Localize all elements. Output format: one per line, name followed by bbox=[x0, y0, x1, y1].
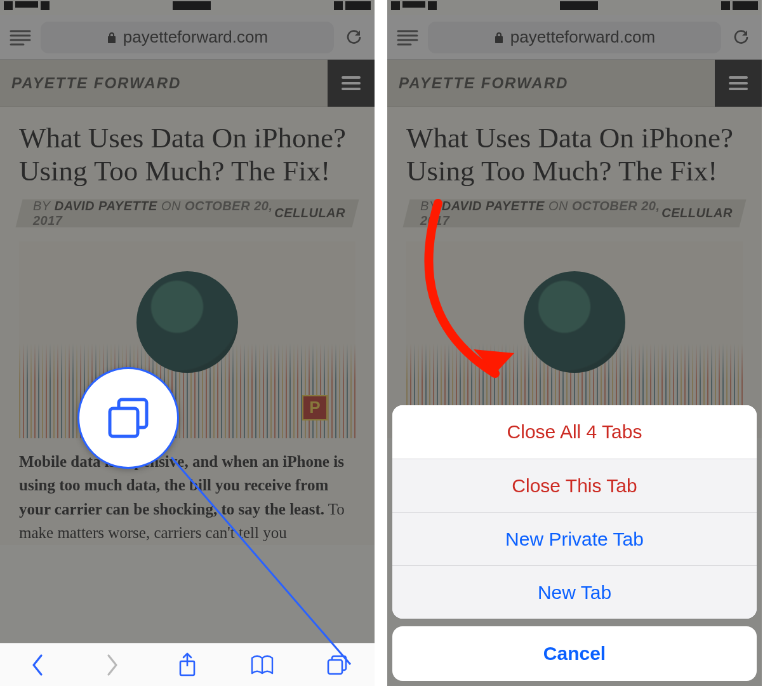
status-signal-icon bbox=[4, 1, 13, 10]
byline-by: BY bbox=[420, 199, 438, 213]
status-wifi-icon bbox=[41, 1, 50, 10]
address-bar[interactable]: payetteforward.com bbox=[428, 22, 721, 53]
lock-icon bbox=[494, 31, 504, 44]
status-wifi-icon bbox=[428, 1, 437, 10]
article-body: Mobile data is expensive, and when an iP… bbox=[19, 450, 355, 545]
globe-icon bbox=[136, 271, 238, 373]
status-carrier-icon bbox=[15, 1, 38, 8]
tabs-icon bbox=[101, 391, 156, 445]
cancel-button[interactable]: Cancel bbox=[392, 626, 757, 681]
status-battery-icon bbox=[733, 1, 758, 10]
byline-author: DAVID PAYETTE bbox=[442, 199, 545, 213]
site-header: PAYETTE FORWARD bbox=[387, 60, 762, 107]
tabs-button-callout bbox=[77, 367, 179, 469]
byline: BY DAVID PAYETTE ON OCTOBER 20, 2017 CEL… bbox=[19, 196, 355, 231]
reader-view-button[interactable] bbox=[392, 22, 423, 53]
globe-icon bbox=[524, 271, 625, 373]
forward-button[interactable] bbox=[95, 647, 130, 683]
article-hero-image: P bbox=[19, 241, 355, 438]
address-bar-row: payetteforward.com bbox=[0, 15, 375, 60]
status-time bbox=[560, 1, 598, 13]
chevron-left-icon bbox=[30, 653, 45, 677]
bookmarks-button[interactable] bbox=[244, 647, 280, 683]
byline-on: ON bbox=[161, 199, 181, 213]
book-icon bbox=[249, 654, 275, 676]
status-time bbox=[173, 1, 211, 13]
chevron-right-icon bbox=[105, 653, 120, 677]
status-battery-icon bbox=[345, 1, 371, 10]
safari-toolbar bbox=[0, 643, 375, 686]
reload-icon bbox=[732, 28, 751, 47]
article-body-bold: Mobile data is expensive, and when an iP… bbox=[19, 453, 344, 518]
status-alarm-icon bbox=[721, 1, 730, 10]
address-domain: payetteforward.com bbox=[123, 27, 268, 47]
new-tab-button[interactable]: New Tab bbox=[392, 565, 757, 619]
new-private-tab-button[interactable]: New Private Tab bbox=[392, 512, 757, 565]
byline-by: BY bbox=[33, 199, 51, 213]
address-bar[interactable]: payetteforward.com bbox=[41, 22, 334, 53]
byline-author: DAVID PAYETTE bbox=[55, 199, 157, 213]
close-all-tabs-button[interactable]: Close All 4 Tabs bbox=[392, 405, 757, 459]
lock-icon bbox=[107, 31, 117, 44]
status-bar bbox=[0, 0, 375, 15]
article-headline: What Uses Data On iPhone? Using Too Much… bbox=[19, 122, 355, 188]
reader-view-button[interactable] bbox=[5, 22, 36, 53]
left-screenshot: payetteforward.com PAYETTE FORWARD What … bbox=[0, 0, 375, 686]
article-category: CELLULAR bbox=[661, 206, 733, 220]
action-sheet: Close All 4 Tabs Close This Tab New Priv… bbox=[387, 400, 762, 686]
status-alarm-icon bbox=[334, 1, 343, 10]
site-brand: PAYETTE FORWARD bbox=[11, 74, 181, 92]
right-screenshot: payetteforward.com PAYETTE FORWARD What … bbox=[387, 0, 762, 686]
article-category: CELLULAR bbox=[274, 206, 345, 220]
status-bar bbox=[387, 0, 762, 15]
reader-lines-icon bbox=[10, 29, 31, 46]
site-brand: PAYETTE FORWARD bbox=[399, 74, 568, 92]
back-button[interactable] bbox=[20, 647, 55, 683]
hamburger-icon bbox=[341, 76, 361, 91]
byline: BY DAVID PAYETTE ON OCTOBER 20, 2017 CEL… bbox=[406, 196, 743, 231]
address-bar-row: payetteforward.com bbox=[387, 15, 762, 60]
status-carrier-icon bbox=[402, 1, 425, 8]
site-menu-button[interactable] bbox=[715, 60, 762, 107]
svg-rect-13 bbox=[110, 408, 138, 436]
article: What Uses Data On iPhone? Using Too Much… bbox=[0, 107, 375, 545]
site-menu-button[interactable] bbox=[328, 60, 375, 107]
reload-button[interactable] bbox=[726, 22, 757, 53]
article-headline: What Uses Data On iPhone? Using Too Much… bbox=[406, 122, 743, 188]
hamburger-icon bbox=[728, 76, 748, 91]
tabs-icon bbox=[326, 654, 349, 676]
close-this-tab-button[interactable]: Close This Tab bbox=[392, 459, 757, 512]
address-domain: payetteforward.com bbox=[510, 27, 655, 47]
share-icon bbox=[177, 652, 197, 678]
share-button[interactable] bbox=[169, 647, 205, 683]
reader-lines-icon bbox=[397, 29, 418, 46]
status-signal-icon bbox=[391, 1, 400, 10]
article: What Uses Data On iPhone? Using Too Much… bbox=[387, 107, 762, 438]
svg-rect-10 bbox=[328, 660, 342, 674]
tabs-button[interactable] bbox=[319, 647, 355, 683]
site-header: PAYETTE FORWARD bbox=[0, 60, 375, 107]
reload-button[interactable] bbox=[339, 22, 369, 53]
brand-p-badge: P bbox=[302, 395, 328, 420]
byline-on: ON bbox=[548, 199, 568, 213]
reload-icon bbox=[345, 28, 364, 47]
